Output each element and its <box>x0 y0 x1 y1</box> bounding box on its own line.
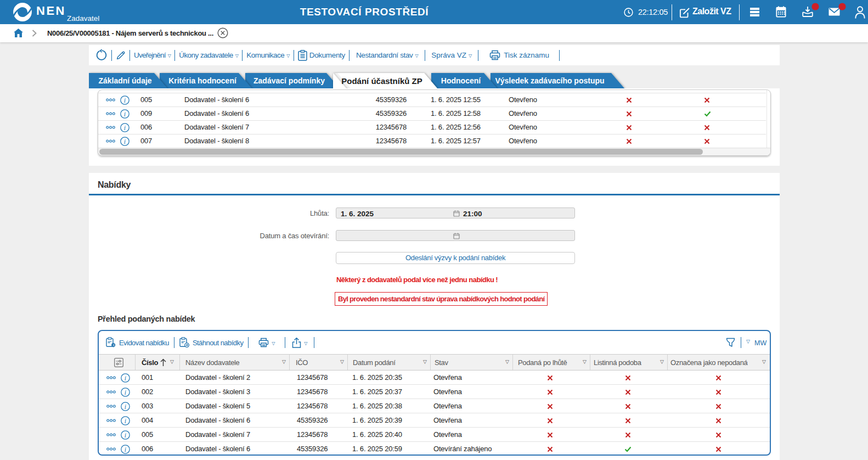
svg-text:i: i <box>125 417 126 425</box>
svg-text:Základní údaje: Základní údaje <box>98 76 151 85</box>
svg-text:i: i <box>124 138 126 145</box>
svg-text:Podání účastníků ZP: Podání účastníků ZP <box>341 76 422 86</box>
svg-text:i: i <box>125 446 126 453</box>
svg-text:Hodnocení: Hodnocení <box>441 76 481 85</box>
svg-text:i: i <box>125 374 126 382</box>
svg-text:i: i <box>124 110 126 118</box>
svg-text:Výsledek zadávacího postupu: Výsledek zadávacího postupu <box>495 76 604 85</box>
svg-text:i: i <box>125 431 126 439</box>
svg-text:i: i <box>124 124 126 132</box>
svg-text:i: i <box>125 403 126 411</box>
svg-text:Kritéria hodnocení: Kritéria hodnocení <box>168 76 237 85</box>
svg-text:Zadávací podmínky: Zadávací podmínky <box>253 76 325 85</box>
svg-text:i: i <box>124 97 126 104</box>
svg-text:i: i <box>125 389 126 396</box>
